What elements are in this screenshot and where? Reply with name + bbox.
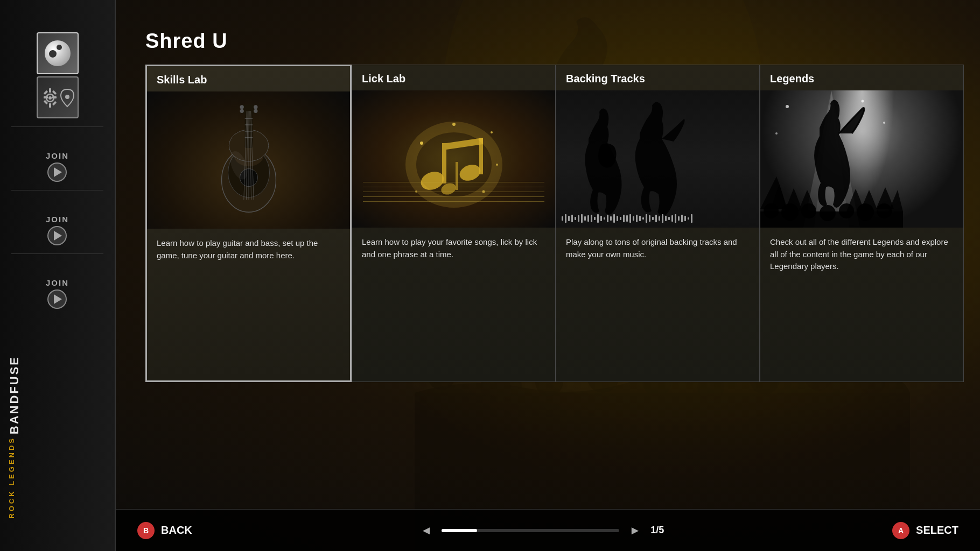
svg-rect-84 <box>652 217 654 220</box>
pagination-progress-bar <box>442 529 619 532</box>
brand-vertical: BANDFUSE ROCK LEGENDS <box>8 356 22 519</box>
select-nav-button[interactable]: A SELECT <box>892 522 958 539</box>
sidebar: JOIN JOIN JOIN BANDFUSE ROCK LEGENDS <box>0 0 116 551</box>
sidebar-icon-gear-music[interactable] <box>37 76 79 118</box>
svg-rect-78 <box>633 216 634 221</box>
soccer-ball-icon <box>45 40 71 66</box>
svg-rect-18 <box>52 101 56 105</box>
svg-rect-90 <box>671 215 673 222</box>
pagination-next-arrow[interactable]: ► <box>629 524 641 538</box>
guitar-icon <box>195 101 303 220</box>
brand-subtitle: ROCK LEGENDS <box>8 436 16 519</box>
select-label: SELECT <box>916 524 958 536</box>
join-label-2: JOIN <box>46 215 69 224</box>
card-legends[interactable]: Legends <box>760 65 964 382</box>
svg-rect-95 <box>688 217 689 220</box>
b-button-label: B <box>143 526 149 535</box>
svg-point-98 <box>764 203 779 218</box>
svg-rect-87 <box>662 214 663 223</box>
svg-point-50 <box>420 142 423 145</box>
staff-lines <box>363 182 544 206</box>
svg-rect-59 <box>571 215 573 222</box>
legends-stage-icon <box>760 90 903 228</box>
svg-rect-96 <box>691 214 692 223</box>
svg-point-21 <box>65 95 69 99</box>
page-title: Shred U <box>145 30 964 53</box>
svg-rect-93 <box>681 215 683 222</box>
svg-rect-68 <box>600 216 602 221</box>
svg-rect-74 <box>620 217 621 220</box>
card-title-lick-lab: Lick Lab <box>352 65 555 90</box>
svg-rect-91 <box>675 214 676 223</box>
svg-point-100 <box>801 203 816 218</box>
card-image-skills-lab <box>147 91 350 229</box>
card-description-lick-lab: Learn how to play your favorite songs, l… <box>352 228 555 382</box>
sidebar-top-icons <box>37 32 79 118</box>
svg-rect-17 <box>43 90 47 95</box>
card-backing-tracks[interactable]: Backing Tracks <box>556 65 760 382</box>
sidebar-divider-1 <box>11 126 103 127</box>
svg-point-107 <box>883 122 885 124</box>
svg-point-45 <box>457 162 482 183</box>
pagination-control: ◄ ► 1/5 <box>421 524 664 538</box>
card-image-lick-lab <box>352 90 555 228</box>
svg-rect-76 <box>626 215 628 222</box>
svg-rect-82 <box>646 214 647 223</box>
svg-rect-67 <box>597 214 599 223</box>
svg-rect-89 <box>668 217 670 220</box>
svg-rect-56 <box>562 216 563 221</box>
card-lick-lab[interactable]: Lick Lab <box>352 65 556 382</box>
svg-rect-62 <box>581 214 583 223</box>
svg-rect-86 <box>659 216 660 221</box>
card-image-backing-tracks <box>556 90 759 228</box>
svg-rect-66 <box>594 217 596 220</box>
card-description-skills-lab: Learn how to play guitar and bass, set u… <box>147 229 350 380</box>
svg-point-105 <box>786 105 789 108</box>
svg-rect-79 <box>636 215 638 222</box>
pagination-progress-fill <box>442 529 477 532</box>
sidebar-icon-soccer[interactable] <box>37 32 79 74</box>
page-count-display: 1/5 <box>650 525 664 536</box>
svg-rect-69 <box>604 217 605 220</box>
a-button-icon: A <box>892 522 909 539</box>
join-play-button-2[interactable] <box>47 226 67 245</box>
sidebar-divider-2 <box>11 190 103 190</box>
svg-point-33 <box>240 109 243 112</box>
cards-container: Skills Lab <box>145 65 964 382</box>
pagination-prev-arrow[interactable]: ◄ <box>421 524 432 538</box>
svg-rect-65 <box>591 215 592 222</box>
svg-rect-75 <box>623 215 625 222</box>
svg-rect-70 <box>607 215 608 222</box>
sidebar-join-2: JOIN <box>46 215 69 245</box>
svg-point-99 <box>781 203 799 221</box>
back-nav-button[interactable]: B BACK <box>137 522 192 539</box>
svg-rect-16 <box>52 96 57 98</box>
svg-point-34 <box>254 105 257 109</box>
svg-rect-80 <box>639 216 641 221</box>
svg-rect-92 <box>678 216 680 221</box>
svg-rect-81 <box>642 217 644 220</box>
svg-rect-14 <box>49 103 51 108</box>
join-play-button-1[interactable] <box>47 163 67 182</box>
a-button-label: A <box>898 526 904 535</box>
sidebar-join-1: JOIN <box>46 151 69 182</box>
sidebar-divider-3 <box>11 253 103 254</box>
svg-rect-94 <box>684 216 686 221</box>
bottom-navigation-bar: B BACK ◄ ► 1/5 A SELECT <box>116 509 980 551</box>
card-skills-lab[interactable]: Skills Lab <box>145 65 352 382</box>
svg-rect-13 <box>49 88 51 93</box>
svg-rect-88 <box>665 216 667 221</box>
svg-point-54 <box>452 123 456 126</box>
svg-point-101 <box>820 205 836 221</box>
svg-rect-85 <box>655 215 657 222</box>
play-icon-2 <box>54 231 62 241</box>
svg-point-51 <box>491 131 493 133</box>
join-play-button-3[interactable] <box>47 289 67 309</box>
svg-point-102 <box>839 203 854 218</box>
svg-point-106 <box>862 100 864 103</box>
svg-rect-77 <box>629 214 631 223</box>
join-label-3: JOIN <box>46 278 69 287</box>
svg-point-103 <box>857 203 874 221</box>
svg-rect-44 <box>442 143 446 183</box>
brand-name: BANDFUSE <box>8 356 22 434</box>
